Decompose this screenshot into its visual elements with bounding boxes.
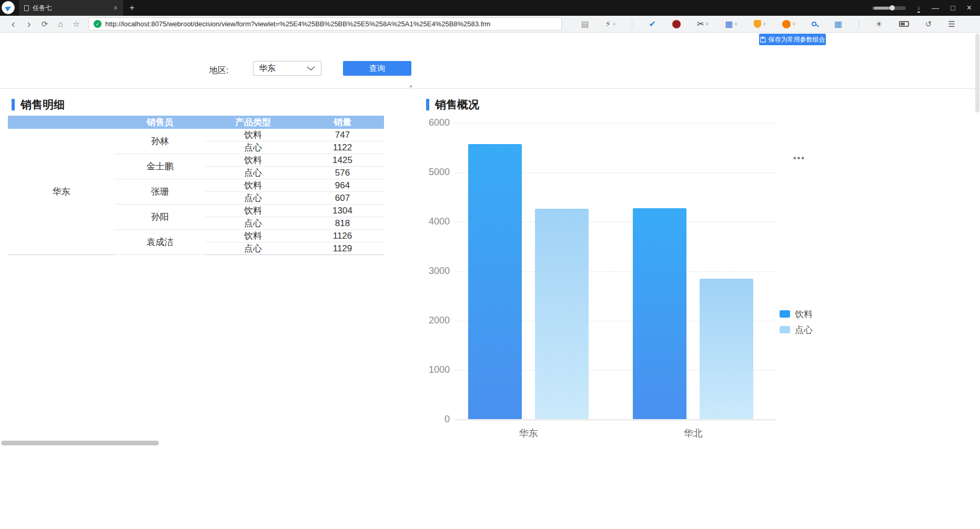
orange-shield-shape — [754, 20, 761, 28]
type-cell: 点心 — [205, 192, 301, 205]
ext-orange-shield-icon[interactable]: ∨ — [754, 20, 766, 28]
horizontal-scrollbar[interactable] — [1, 441, 159, 445]
bar-华东-饮料[interactable] — [468, 144, 522, 419]
browser-titlebar: 任务七 × + ↓ — □ × — [0, 0, 980, 16]
value-cell: 1425 — [301, 154, 384, 167]
y-tick-label: 6000 — [426, 117, 450, 128]
seller-cell: 孙阳 — [115, 205, 205, 230]
browser-navbar: ‹ › ⟳ ⌂ ☆ ✓ http://localhost:8075/webroo… — [0, 16, 980, 33]
legend-swatch-icon — [780, 326, 790, 333]
legend-entry[interactable]: 点心 — [780, 324, 813, 335]
ext-fox-icon[interactable]: ∨ — [782, 20, 795, 28]
theme-sun-icon[interactable]: ☀ — [875, 19, 882, 29]
bookmark-star-icon[interactable]: ☆ — [68, 19, 84, 29]
vertical-scrollbar[interactable] — [975, 34, 979, 113]
chevron-down-icon: ∨ — [734, 22, 737, 26]
bar-华北-饮料[interactable] — [633, 208, 686, 419]
ext-blue-check-icon[interactable]: ✔ — [649, 19, 655, 29]
sales-overview-title: 销售概况 — [426, 97, 479, 112]
save-param-label: 保存为常用参数组合 — [769, 35, 825, 44]
sales-detail-title-text: 销售明细 — [21, 97, 65, 112]
bar-华东-点心[interactable] — [535, 209, 589, 419]
address-bar[interactable]: ✓ http://localhost:8075/webroot/decision… — [88, 17, 562, 30]
ext-red-circle-icon[interactable] — [672, 20, 681, 28]
ext-search-icon[interactable] — [812, 21, 818, 27]
region-select-value: 华东 — [259, 63, 276, 74]
legend-entry[interactable]: 饮料 — [780, 308, 813, 320]
table-header-row: 销售员 产品类型 销量 — [8, 116, 384, 129]
speed-slider-knob[interactable] — [890, 5, 895, 11]
value-cell: 607 — [301, 192, 384, 205]
value-cell: 818 — [301, 217, 384, 230]
url-text[interactable]: http://localhost:8075/webroot/decision/v… — [105, 20, 490, 28]
y-tick-label: 5000 — [426, 167, 450, 178]
chevron-down-icon: ∨ — [705, 22, 709, 26]
battery-fill — [901, 23, 905, 25]
shield-check-glyph: ✓ — [96, 22, 100, 27]
minimize-button[interactable]: — — [932, 4, 939, 12]
y-tick-label: 3000 — [426, 266, 450, 277]
orange-circle-shape — [782, 20, 791, 28]
chart-legend: 饮料点心 — [780, 308, 813, 335]
type-cell: 饮料 — [205, 205, 301, 217]
tab-title: 任务七 — [33, 4, 110, 13]
chart-menu-icon[interactable]: ••• — [793, 154, 805, 163]
type-cell: 点心 — [205, 167, 301, 179]
home-button[interactable]: ⌂ — [53, 19, 68, 28]
value-cell: 576 — [301, 167, 384, 179]
new-tab-button[interactable]: + — [129, 3, 135, 13]
scissors-glyph: ✂ — [697, 19, 704, 29]
refresh-button[interactable]: ⟳ — [37, 19, 53, 29]
download-icon[interactable]: ↓ — [917, 4, 921, 13]
y-tick-label: 0 — [426, 414, 450, 425]
reader-grid-icon[interactable]: ▤ — [581, 19, 589, 29]
battery-icon[interactable] — [899, 21, 909, 27]
browser-tab[interactable]: 任务七 × — [19, 0, 123, 16]
type-cell: 饮料 — [205, 154, 301, 167]
security-shield-icon: ✓ — [94, 20, 102, 28]
query-button[interactable]: 查询 — [343, 61, 411, 76]
y-tick-label: 4000 — [426, 216, 450, 227]
ext-grid-icon[interactable]: ▦ — [834, 19, 842, 29]
tab-close-icon[interactable]: × — [114, 4, 118, 12]
toolbar-separator — [858, 20, 859, 28]
legend-swatch-icon — [780, 310, 790, 318]
menu-icon[interactable]: ☰ — [948, 19, 955, 29]
maximize-button[interactable]: □ — [951, 4, 955, 12]
ext-scissors-icon[interactable]: ✂∨ — [697, 19, 709, 29]
value-cell: 1129 — [301, 242, 384, 255]
bar-华北-点心[interactable] — [700, 279, 753, 419]
type-cell: 饮料 — [205, 230, 301, 242]
table-row: 华东 孙林 饮料 747 — [8, 129, 384, 141]
browser-logo[interactable] — [2, 1, 15, 14]
y-tick-label: 2000 — [426, 315, 450, 326]
undo-icon[interactable]: ↺ — [925, 19, 932, 29]
paper-plane-icon — [5, 4, 13, 11]
chevron-down-icon: ∨ — [792, 22, 795, 26]
sales-overview-title-text: 销售概况 — [435, 97, 479, 112]
page-icon — [24, 5, 29, 11]
lightning-icon[interactable]: ⚡∨ — [605, 19, 615, 29]
x-tick-label: 华东 — [468, 427, 589, 440]
type-cell: 点心 — [205, 242, 301, 255]
forward-button[interactable]: › — [21, 18, 37, 30]
back-button[interactable]: ‹ — [5, 18, 21, 30]
save-icon — [760, 37, 766, 43]
value-cell: 1126 — [301, 230, 384, 242]
gridline — [455, 123, 776, 124]
title-accent-bar — [426, 99, 429, 110]
title-accent-bar — [12, 99, 15, 110]
magnifier-circle — [812, 22, 816, 26]
region-select[interactable]: 华东 — [253, 61, 321, 76]
type-cell: 点心 — [205, 217, 301, 230]
close-button[interactable]: × — [967, 4, 972, 12]
ext-table-icon[interactable]: ▦∨ — [725, 19, 737, 29]
save-param-button[interactable]: 保存为常用参数组合 — [759, 34, 826, 45]
value-cell: 1304 — [301, 205, 384, 217]
y-axis: 0100020003000400050006000 — [426, 123, 450, 420]
toolbar-separator — [632, 20, 632, 28]
region-cell: 华东 — [8, 129, 115, 255]
speed-slider[interactable] — [872, 6, 906, 10]
collapse-arrow-icon[interactable]: ▲ — [409, 84, 413, 88]
sales-detail-table: 销售员 产品类型 销量 华东 孙林 饮料 747 点心 1122 金士鹏 饮料 … — [8, 116, 384, 255]
